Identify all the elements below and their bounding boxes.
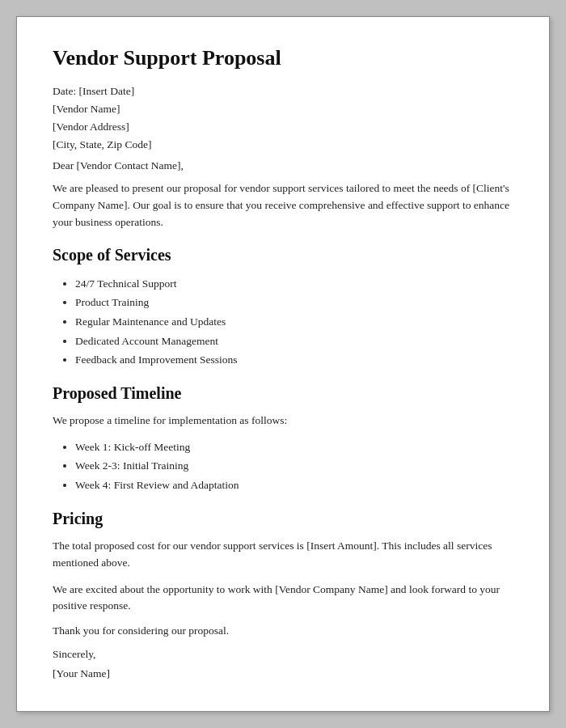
timeline-intro: We propose a timeline for implementation…	[53, 413, 513, 430]
vendor-address-line: [Vendor Address]	[53, 121, 513, 133]
list-item: Regular Maintenance and Updates	[75, 312, 513, 332]
timeline-heading: Proposed Timeline	[53, 384, 513, 403]
timeline-list: Week 1: Kick-off Meeting Week 2-3: Initi…	[75, 438, 513, 495]
document-title: Vendor Support Proposal	[53, 46, 513, 70]
pricing-heading: Pricing	[53, 510, 513, 528]
your-name-line: [Your Name]	[53, 667, 513, 680]
vendor-name-line: [Vendor Name]	[53, 103, 513, 116]
list-item: Dedicated Account Management	[75, 332, 513, 351]
document-container: Vendor Support Proposal Date: [Insert Da…	[16, 16, 550, 712]
list-item: Product Training	[75, 293, 513, 312]
date-line: Date: [Insert Date]	[53, 85, 513, 98]
list-item: Week 4: First Review and Adaptation	[75, 476, 513, 495]
closing-paragraph: We are excited about the opportunity to …	[53, 582, 513, 616]
list-item: Feedback and Improvement Sessions	[75, 350, 513, 370]
sincerely-line: Sincerely,	[53, 648, 513, 661]
scope-list: 24/7 Technical Support Product Training …	[75, 274, 513, 370]
list-item: Week 2-3: Initial Training	[75, 456, 513, 476]
intro-paragraph: We are pleased to present our proposal f…	[53, 180, 513, 231]
list-item: Week 1: Kick-off Meeting	[75, 438, 513, 457]
list-item: 24/7 Technical Support	[75, 274, 513, 294]
salutation: Dear [Vendor Contact Name],	[53, 159, 513, 172]
city-state-zip-line: [City, State, Zip Code]	[53, 138, 513, 151]
thank-you-paragraph: Thank you for considering our proposal.	[53, 623, 513, 640]
scope-heading: Scope of Services	[53, 246, 513, 265]
pricing-paragraph: The total proposed cost for our vendor s…	[53, 538, 513, 572]
